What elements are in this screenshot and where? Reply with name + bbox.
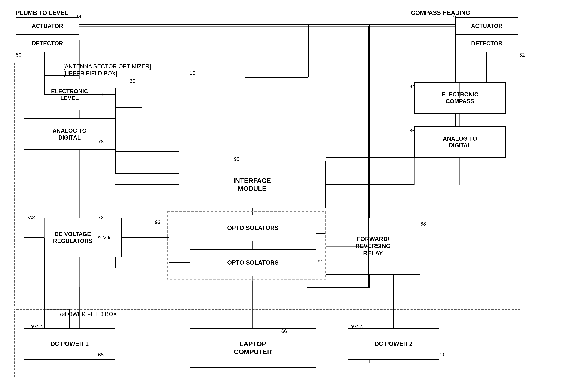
- dc-power-2-box: DC POWER 2: [348, 328, 440, 360]
- label-18vdc-left: 18VDC: [28, 324, 43, 330]
- label-91: 91: [318, 259, 323, 265]
- label-18vdc-right: 18VDC: [348, 324, 363, 330]
- interface-module-box: INTERFACE MODULE: [178, 161, 326, 208]
- label-93: 93: [155, 219, 160, 225]
- label-74: 74: [98, 92, 104, 97]
- actuator-left-box: ACTUATOR: [16, 17, 79, 35]
- label-72: 72: [98, 215, 104, 220]
- label-vcc: Vcc: [28, 215, 36, 220]
- label-86: 86: [409, 128, 415, 134]
- label-50: 50: [16, 52, 22, 58]
- label-10: 10: [190, 70, 195, 76]
- label-84: 84: [409, 84, 415, 89]
- compass-heading-label: COMPASS HEADING: [411, 9, 470, 16]
- detector-right-box: DETECTOR: [455, 35, 518, 52]
- label-64: 64: [60, 312, 66, 318]
- label-70: 70: [438, 352, 444, 358]
- optoisolators-1-box: OPTOISOLATORS: [190, 215, 316, 241]
- actuator-right-box: ACTUATOR: [455, 17, 518, 35]
- optoisolators-2-box: OPTOISOLATORS: [190, 249, 316, 276]
- diagram: PLUMB TO LEVEL COMPASS HEADING ACTUATOR …: [0, 0, 581, 392]
- antenna-sector-optimizer-label: [ANTENNA SECTOR OPTIMIZER]: [63, 63, 151, 70]
- detector-left-box: DETECTOR: [16, 35, 79, 52]
- analog-digital-left-box: ANALOG TO DIGITAL: [24, 118, 116, 150]
- label-9vdc: 9_Vdc: [98, 235, 112, 240]
- analog-digital-right-box: ANALOG TO DIGITAL: [414, 126, 506, 158]
- lower-field-box-label: [LOWER FIELD BOX]: [63, 311, 118, 318]
- label-76: 76: [98, 139, 104, 145]
- upper-field-box-label: [UPPER FIELD BOX]: [63, 70, 117, 77]
- laptop-computer-box: LAPTOP COMPUTER: [190, 328, 316, 368]
- label-14: 14: [76, 13, 82, 19]
- plumb-to-level-label: PLUMB TO LEVEL: [16, 9, 68, 16]
- label-90: 90: [234, 156, 240, 162]
- label-52: 52: [519, 52, 525, 58]
- label-88: 88: [420, 221, 426, 227]
- label-60: 60: [130, 78, 135, 84]
- label-68: 68: [98, 352, 104, 358]
- forward-reversing-relay-box: FORWARD/ REVERSING RELAY: [326, 218, 420, 275]
- electronic-compass-box: ELECTRONIC COMPASS: [414, 82, 506, 114]
- label-16: 16: [450, 13, 456, 19]
- label-66: 66: [281, 328, 287, 334]
